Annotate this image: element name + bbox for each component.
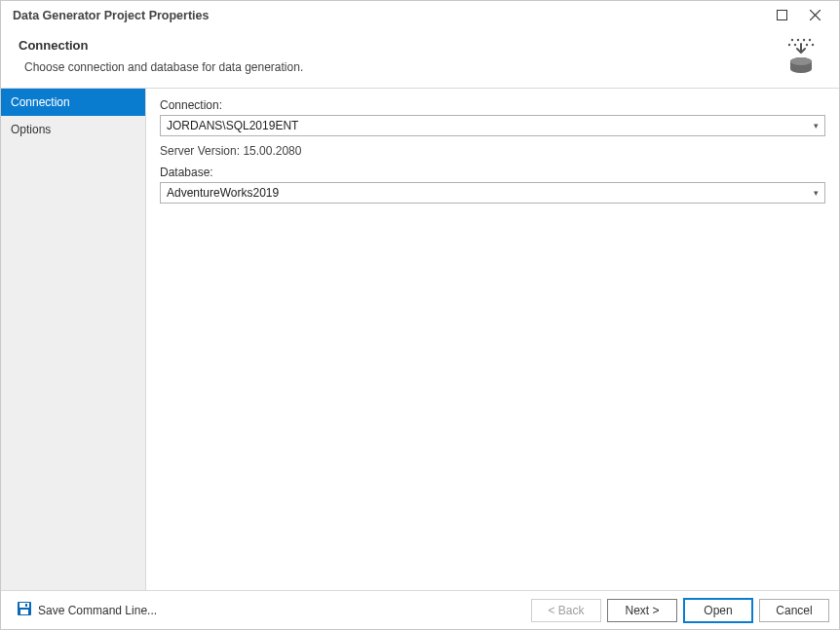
svg-rect-16	[19, 603, 29, 608]
sidebar-item-options[interactable]: Options	[1, 116, 145, 143]
save-icon	[17, 601, 32, 619]
svg-point-13	[790, 65, 812, 73]
svg-point-4	[797, 39, 799, 41]
server-version-label: Server Version:	[160, 144, 240, 158]
svg-rect-0	[777, 10, 786, 19]
close-button[interactable]	[798, 4, 831, 27]
data-generator-icon	[783, 36, 821, 75]
footer: Save Command Line... < Back Next > Open …	[1, 590, 839, 629]
connection-label: Connection:	[160, 98, 825, 112]
main-panel: Connection: JORDANS\SQL2019ENT ▾ Server …	[146, 89, 839, 590]
next-button[interactable]: Next >	[607, 599, 677, 622]
server-version: Server Version: 15.00.2080	[160, 144, 825, 158]
server-version-value: 15.00.2080	[243, 144, 301, 158]
svg-point-9	[806, 44, 808, 46]
database-value: AdventureWorks2019	[167, 186, 814, 200]
chevron-down-icon: ▾	[814, 188, 819, 198]
save-command-line-label: Save Command Line...	[38, 604, 157, 617]
window-title: Data Generator Project Properties	[13, 9, 765, 22]
sidebar-item-label: Options	[11, 123, 51, 136]
svg-point-6	[809, 39, 811, 41]
svg-point-8	[794, 44, 796, 46]
svg-point-5	[803, 39, 805, 41]
connection-combobox[interactable]: JORDANS\SQL2019ENT ▾	[160, 115, 825, 136]
svg-point-14	[790, 57, 812, 65]
body: Connection Options Connection: JORDANS\S…	[1, 89, 839, 590]
dialog-window: Data Generator Project Properties Connec…	[0, 0, 840, 630]
titlebar: Data Generator Project Properties	[1, 1, 839, 30]
svg-point-10	[812, 44, 814, 46]
database-combobox[interactable]: AdventureWorks2019 ▾	[160, 182, 825, 204]
header-subtitle: Choose connection and database for data …	[19, 60, 821, 74]
connection-value: JORDANS\SQL2019ENT	[167, 119, 814, 132]
svg-rect-18	[25, 604, 27, 607]
sidebar: Connection Options	[1, 89, 146, 590]
open-button[interactable]: Open	[683, 598, 753, 623]
svg-rect-17	[20, 610, 28, 614]
svg-point-3	[791, 39, 793, 41]
maximize-button[interactable]	[765, 4, 798, 27]
header-title: Connection	[19, 38, 821, 53]
back-button: < Back	[531, 599, 601, 622]
cancel-button[interactable]: Cancel	[759, 599, 829, 622]
svg-point-7	[788, 44, 790, 46]
maximize-icon	[777, 9, 787, 23]
sidebar-item-connection[interactable]: Connection	[1, 89, 145, 116]
chevron-down-icon: ▾	[814, 121, 819, 130]
header: Connection Choose connection and databas…	[1, 30, 839, 89]
database-label: Database:	[160, 166, 825, 179]
save-command-line-button[interactable]: Save Command Line...	[11, 597, 163, 623]
close-icon	[810, 9, 821, 23]
sidebar-item-label: Connection	[11, 95, 70, 109]
